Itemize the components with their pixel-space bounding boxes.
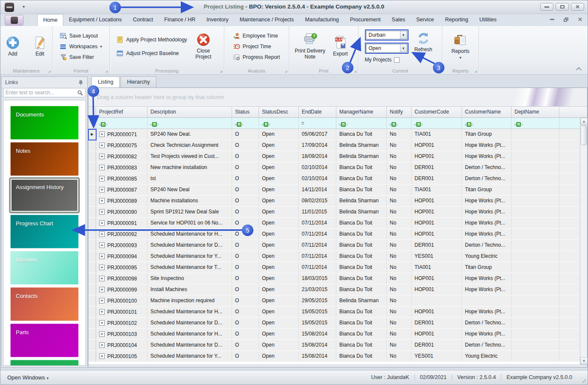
cell-deptname[interactable] bbox=[512, 229, 559, 239]
expand-icon[interactable]: + bbox=[99, 131, 105, 137]
cell-description[interactable]: Site Inspectino bbox=[147, 273, 232, 284]
row-indicator[interactable] bbox=[88, 218, 96, 228]
cell-notify[interactable]: No bbox=[387, 329, 412, 339]
row-indicator[interactable] bbox=[88, 140, 96, 151]
dialog-launcher-icon[interactable] bbox=[438, 70, 440, 73]
cell-customercode[interactable]: HOP001 bbox=[412, 207, 462, 217]
workspaces-button[interactable]: Workspaces ▾ bbox=[60, 43, 102, 50]
cell-deptname[interactable] bbox=[512, 262, 559, 273]
my-projects-checkbox[interactable] bbox=[394, 57, 400, 63]
cell-status[interactable]: O bbox=[232, 195, 259, 206]
column-header-statusdesc[interactable]: StatusDesc bbox=[259, 107, 299, 117]
cell-customername[interactable]: Derton / Techno... bbox=[462, 240, 512, 251]
cell-deptname[interactable] bbox=[512, 240, 559, 251]
cell-description[interactable]: Machine installations bbox=[147, 195, 232, 206]
cell-customername[interactable]: Hope Works (Pt... bbox=[462, 273, 512, 284]
cell-deptname[interactable] bbox=[512, 195, 559, 206]
cell-deptname[interactable] bbox=[512, 218, 559, 228]
cell-managername[interactable]: Bianca Du Toit bbox=[336, 351, 387, 362]
cell-description[interactable]: tst bbox=[147, 173, 232, 184]
cell-statusdesc[interactable]: Open bbox=[259, 318, 299, 328]
cell-customername[interactable]: Hope Works (Pt... bbox=[462, 306, 512, 317]
cell-statusdesc[interactable]: Open bbox=[259, 273, 299, 284]
ribbon-tab-sales[interactable]: Sales bbox=[386, 14, 411, 26]
cell-description[interactable]: Scheduled Maintenance for D... bbox=[147, 240, 232, 251]
filter-cell-enddate[interactable]: = bbox=[299, 118, 336, 128]
cell-managername[interactable]: Belinda Sharman bbox=[336, 295, 387, 306]
status-combo[interactable]: Open ▼ bbox=[366, 44, 407, 52]
filter-cell-projectref[interactable]: aBc bbox=[96, 118, 147, 128]
cell-customercode[interactable]: HOP001 bbox=[412, 306, 462, 317]
dialog-launcher-icon[interactable] bbox=[475, 70, 477, 73]
row-indicator[interactable] bbox=[88, 229, 96, 239]
expand-icon[interactable]: + bbox=[99, 353, 105, 359]
cell-notify[interactable]: No bbox=[387, 207, 412, 217]
cell-projectref[interactable]: +PRJ0000100 bbox=[96, 295, 147, 306]
cell-projectref[interactable]: +PRJ0000099 bbox=[96, 284, 147, 295]
expand-icon[interactable]: + bbox=[99, 231, 105, 237]
cell-notify[interactable]: No bbox=[387, 195, 412, 206]
cell-statusdesc[interactable]: Open bbox=[259, 173, 299, 184]
cell-projectref[interactable]: +PRJ0000093 bbox=[96, 240, 147, 251]
cell-customercode[interactable]: DER001 bbox=[412, 240, 462, 251]
cell-enddate[interactable]: 07/11/2014 bbox=[299, 240, 336, 251]
link-time-booking[interactable]: Time Booking bbox=[10, 360, 79, 366]
reports-button[interactable]: Reports ▾ bbox=[447, 33, 474, 60]
cell-customercode[interactable]: DER001 bbox=[412, 162, 462, 173]
expand-icon[interactable]: + bbox=[99, 198, 105, 204]
cell-customername[interactable]: Young Electric bbox=[462, 351, 512, 362]
cell-status[interactable]: O bbox=[232, 273, 259, 284]
cell-statusdesc[interactable]: Open bbox=[259, 351, 299, 362]
cell-statusdesc[interactable]: Open bbox=[259, 195, 299, 206]
table-row[interactable]: +PRJ0000099Install MachinesOOpen21/03/20… bbox=[88, 284, 587, 295]
ribbon-tab-maintenance-projects[interactable]: Maintenance / Projects bbox=[234, 14, 300, 26]
cell-status[interactable]: O bbox=[232, 129, 259, 140]
mdi-restore-icon[interactable] bbox=[564, 18, 568, 22]
table-row[interactable]: +PRJ0000095Scheduled Maintenance for T..… bbox=[88, 262, 587, 273]
row-indicator[interactable] bbox=[88, 207, 96, 217]
cell-managername[interactable]: Bianca Du Toit bbox=[336, 229, 387, 239]
save-filter-button[interactable]: Save Filter bbox=[60, 54, 102, 61]
filter-cell-managername[interactable]: aBc bbox=[336, 118, 387, 128]
cell-deptname[interactable] bbox=[512, 273, 559, 284]
scrollbar-thumb[interactable] bbox=[581, 125, 587, 145]
dialog-launcher-icon[interactable] bbox=[354, 70, 356, 73]
filter-cell-notify[interactable]: aBc bbox=[387, 118, 412, 128]
save-layout-button[interactable]: Save Layout bbox=[60, 32, 102, 39]
cell-deptname[interactable] bbox=[512, 251, 559, 262]
cell-managername[interactable]: Bianca Du Toit bbox=[336, 318, 387, 328]
cell-customername[interactable]: Derton / Techno... bbox=[462, 162, 512, 173]
cell-managername[interactable]: Bianca Du Toit bbox=[336, 173, 387, 184]
cell-statusdesc[interactable]: Open bbox=[259, 140, 299, 151]
cell-deptname[interactable] bbox=[512, 306, 559, 317]
cell-notify[interactable]: No bbox=[387, 284, 412, 295]
cell-customername[interactable]: Hope Works (Pt... bbox=[462, 195, 512, 206]
mdi-close-icon[interactable]: ✕ bbox=[578, 17, 582, 22]
dialog-launcher-icon[interactable] bbox=[48, 70, 50, 73]
cell-managername[interactable]: Bianca Du Toit bbox=[336, 162, 387, 173]
cell-customername[interactable] bbox=[462, 295, 512, 306]
cell-deptname[interactable] bbox=[512, 284, 559, 295]
cell-managername[interactable]: Bianca Du Toit bbox=[336, 262, 387, 273]
cell-customername[interactable]: Hope Works (Pt... bbox=[462, 329, 512, 339]
print-delivery-note-button[interactable]: ? Print Delivery Note bbox=[295, 32, 326, 60]
cell-projectref[interactable]: +PRJ0000095 bbox=[96, 262, 147, 273]
cell-managername[interactable]: Bianca Du Toit bbox=[336, 251, 387, 262]
filter-cell-customercode[interactable]: aBc bbox=[412, 118, 462, 128]
cell-notify[interactable]: No bbox=[387, 306, 412, 317]
cell-managername[interactable]: Bianca Du Toit bbox=[336, 218, 387, 228]
close-button[interactable]: ✕ bbox=[571, 3, 584, 11]
cell-description[interactable]: Service for HOP001 on 06 No... bbox=[147, 218, 232, 228]
cell-customercode[interactable]: YES001 bbox=[412, 351, 462, 362]
cell-statusdesc[interactable]: Open bbox=[259, 151, 299, 162]
cell-customername[interactable]: Hope Works (Pt... bbox=[462, 229, 512, 239]
cell-managername[interactable]: Bianca Du Toit bbox=[336, 340, 387, 350]
cell-statusdesc[interactable]: Open bbox=[259, 207, 299, 217]
ribbon-tab-contract[interactable]: Contract bbox=[127, 14, 159, 26]
expand-icon[interactable]: + bbox=[99, 254, 105, 259]
cell-customercode[interactable]: HOP001 bbox=[412, 218, 462, 228]
group-by-bar[interactable]: Drag a column header here to group by th… bbox=[88, 88, 587, 107]
row-indicator[interactable] bbox=[88, 240, 96, 251]
cell-projectref[interactable]: +PRJ0000083 bbox=[96, 162, 147, 173]
cell-notify[interactable]: No bbox=[387, 262, 412, 273]
